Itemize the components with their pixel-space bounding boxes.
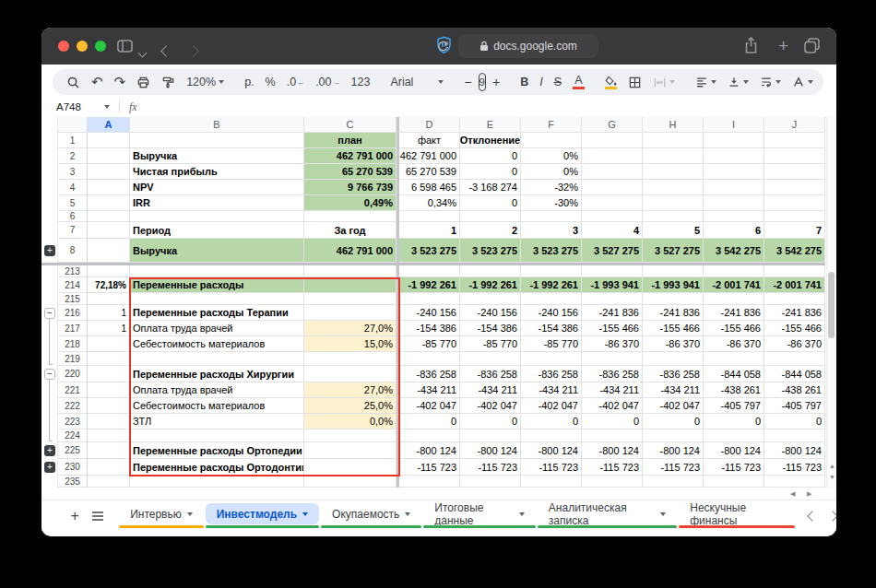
row-header[interactable]: 224: [58, 429, 88, 442]
cell[interactable]: -844 058: [704, 366, 764, 382]
cell[interactable]: -1 993 941: [643, 277, 704, 293]
cell[interactable]: -240 156: [460, 305, 521, 321]
cell-col-c[interactable]: 15,0%: [304, 336, 397, 352]
cell-col-a[interactable]: [88, 336, 130, 352]
cell[interactable]: -86 370: [643, 336, 704, 352]
cell-col-b[interactable]: Выручка: [130, 148, 304, 164]
cell[interactable]: [643, 180, 704, 195]
italic-button[interactable]: I: [535, 71, 547, 93]
cell[interactable]: -836 258: [582, 366, 643, 382]
cell[interactable]: 6 598 465: [399, 180, 460, 195]
cell[interactable]: [521, 133, 582, 148]
cell[interactable]: 0%: [521, 164, 582, 180]
cell[interactable]: -836 258: [643, 366, 704, 382]
cell[interactable]: [582, 164, 643, 180]
more-options-button[interactable]: ⋮: [829, 71, 836, 93]
text-rotation-button[interactable]: [787, 71, 818, 93]
cell[interactable]: 3 523 275: [460, 239, 521, 263]
cell[interactable]: [704, 265, 764, 277]
scroll-down-icon[interactable]: ▼: [829, 474, 835, 480]
cell-col-a[interactable]: [88, 366, 130, 382]
cell[interactable]: [704, 164, 764, 180]
cell-col-a[interactable]: 1: [88, 305, 130, 321]
cell[interactable]: -800 124: [643, 442, 704, 459]
cell[interactable]: [460, 211, 521, 222]
cell-col-a[interactable]: [88, 476, 130, 488]
cell-col-b[interactable]: [130, 211, 304, 222]
cell[interactable]: -1 992 261: [460, 277, 521, 293]
cell[interactable]: -800 124: [764, 442, 825, 459]
font-select[interactable]: Arial: [385, 71, 448, 93]
cell[interactable]: [764, 429, 825, 442]
cell[interactable]: -241 836: [643, 305, 704, 321]
cell[interactable]: -241 836: [764, 305, 825, 321]
cell[interactable]: [704, 429, 764, 442]
cell-col-c[interactable]: 462 791 000: [304, 239, 397, 263]
cell[interactable]: [460, 476, 521, 488]
cell[interactable]: [582, 429, 643, 442]
sidebar-icon[interactable]: [117, 40, 133, 56]
sheet-tab-inactive[interactable]: Окупаемость: [321, 503, 421, 528]
cell[interactable]: 3 527 275: [643, 239, 704, 263]
cell[interactable]: [460, 352, 521, 366]
more-formats-button[interactable]: 123: [347, 71, 375, 93]
column-header-I[interactable]: I: [704, 117, 764, 133]
cell[interactable]: 3 542 275: [764, 239, 825, 263]
cell-col-b[interactable]: IRR: [130, 195, 304, 211]
cell[interactable]: 3 527 275: [582, 239, 643, 263]
cell[interactable]: [704, 180, 764, 195]
cell[interactable]: [521, 211, 582, 222]
zoom-window-button[interactable]: [95, 41, 106, 52]
vertical-scrollbar-thumb[interactable]: [828, 272, 835, 338]
cell[interactable]: [704, 195, 764, 211]
url-bar[interactable]: docs.google.com: [458, 34, 598, 58]
cell[interactable]: -241 836: [704, 305, 764, 321]
cell[interactable]: -438 261: [704, 382, 764, 398]
row-header[interactable]: 218: [58, 336, 88, 352]
cell-col-c[interactable]: [304, 305, 397, 321]
cell[interactable]: -434 211: [643, 382, 704, 398]
cell[interactable]: 7: [764, 222, 825, 239]
cell[interactable]: [460, 265, 521, 277]
cell[interactable]: -240 156: [399, 305, 460, 321]
cell[interactable]: 1: [399, 222, 460, 239]
cell[interactable]: [399, 265, 460, 277]
cell[interactable]: [643, 476, 704, 488]
row-header[interactable]: 230: [58, 459, 88, 476]
cell-col-c[interactable]: 9 766 739: [304, 180, 397, 195]
cell[interactable]: 5: [643, 222, 704, 239]
print-icon[interactable]: [132, 71, 155, 93]
cell[interactable]: -2 001 741: [704, 277, 764, 293]
cell-col-b[interactable]: Выручка: [130, 239, 304, 263]
cell[interactable]: -115 723: [643, 459, 704, 476]
row-header[interactable]: 216: [58, 305, 88, 321]
share-button[interactable]: [743, 37, 759, 58]
cell[interactable]: [764, 293, 825, 305]
cell[interactable]: 0: [764, 414, 825, 429]
cell[interactable]: -86 370: [582, 336, 643, 352]
cell[interactable]: -836 258: [460, 366, 521, 382]
cell[interactable]: [704, 352, 764, 366]
column-header-B[interactable]: B: [130, 117, 304, 133]
cell-col-b[interactable]: Себестоимость материалов: [130, 398, 304, 414]
scroll-right-icon[interactable]: ▶: [807, 490, 811, 497]
cell[interactable]: [643, 195, 704, 211]
cell-col-c[interactable]: 0,49%: [304, 195, 397, 211]
row-header[interactable]: 214: [58, 277, 88, 293]
cell-col-c[interactable]: 27,0%: [304, 321, 397, 336]
select-all-corner[interactable]: [58, 117, 88, 133]
cell[interactable]: [460, 429, 521, 442]
cell[interactable]: 0: [643, 414, 704, 429]
cell-col-a[interactable]: [88, 382, 130, 398]
cell-col-c[interactable]: [304, 352, 397, 366]
cell-col-b[interactable]: Переменные расходы Терапии: [130, 305, 304, 321]
increase-font-size-button[interactable]: +: [488, 71, 504, 93]
cell-col-c[interactable]: [304, 211, 397, 222]
cell[interactable]: -434 211: [399, 382, 460, 398]
cell[interactable]: [643, 148, 704, 164]
cell[interactable]: [399, 293, 460, 305]
row-header[interactable]: 213: [58, 265, 88, 277]
cell[interactable]: -402 047: [399, 398, 460, 414]
cell-col-a[interactable]: 72,18%: [88, 277, 130, 293]
sheet-tab-dropdown-icon[interactable]: [187, 512, 193, 516]
